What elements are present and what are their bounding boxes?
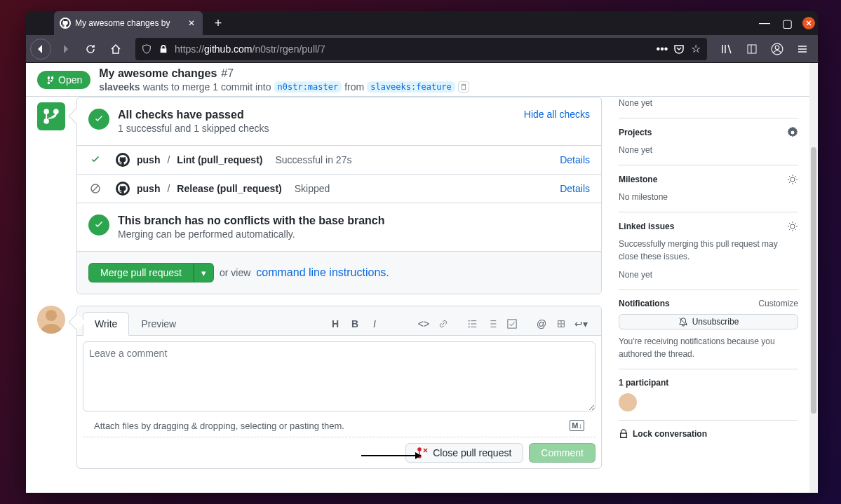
github-actions-icon	[116, 182, 130, 196]
write-tab[interactable]: Write	[83, 312, 129, 336]
customize-link[interactable]: Customize	[758, 299, 798, 308]
maximize-button[interactable]: ▢	[780, 16, 794, 30]
home-button[interactable]	[105, 38, 127, 60]
shield-icon	[141, 43, 152, 55]
italic-icon[interactable]: I	[365, 315, 384, 333]
attach-hint[interactable]: Attach files by dragging & dropping, sel…	[94, 421, 344, 431]
svg-rect-0	[748, 45, 756, 53]
gear-icon	[787, 127, 798, 138]
minimize-button[interactable]: —	[758, 16, 772, 30]
unsubscribe-button[interactable]: Unsubscribe	[619, 314, 798, 329]
copy-icon[interactable]	[458, 81, 469, 93]
comment-form: Write Preview H B I	[76, 306, 602, 483]
tab-close-icon[interactable]: ✕	[186, 18, 197, 29]
svg-point-14	[469, 326, 470, 327]
github-favicon	[60, 18, 71, 29]
sidebar-milestone[interactable]: Milestone	[619, 174, 798, 185]
conflict-subtext: Merging can be performed automatically.	[118, 229, 385, 240]
pr-number: #7	[221, 67, 234, 80]
lock-conversation[interactable]: Lock conversation	[619, 421, 798, 439]
new-tab-button[interactable]: +	[208, 13, 228, 33]
scrollbar[interactable]	[809, 63, 818, 493]
ol-icon[interactable]	[483, 315, 502, 333]
svg-point-19	[790, 177, 795, 182]
lock-icon	[158, 43, 169, 55]
no-conflict-icon	[88, 214, 109, 236]
sidebar-participants: 1 participant	[619, 378, 798, 388]
merge-dropdown[interactable]: ▾	[194, 263, 214, 282]
check-row: push / Lint (pull_request) Successful in…	[77, 146, 601, 175]
markdown-icon[interactable]: M↓	[570, 420, 584, 431]
preview-tab[interactable]: Preview	[129, 312, 188, 336]
scrollbar-thumb[interactable]	[811, 147, 816, 414]
gear-icon	[787, 221, 798, 232]
page-content: Open My awesome changes #7 slaveeks want…	[26, 63, 818, 493]
comment-textarea[interactable]	[83, 341, 596, 411]
check-status: Successful in 27s	[275, 154, 351, 165]
reference-icon[interactable]	[552, 315, 570, 333]
menu-icon[interactable]	[791, 38, 814, 60]
merge-status-box: All checks have passed 1 successful and …	[76, 97, 602, 294]
reload-button[interactable]	[79, 38, 102, 60]
pr-author[interactable]: slaveeks	[99, 81, 140, 93]
sidebar-none-yet: None yet	[619, 97, 798, 109]
hide-checks-link[interactable]: Hide all checks	[524, 109, 590, 120]
svg-point-4	[48, 76, 50, 78]
back-button[interactable]	[30, 39, 51, 60]
url-bar[interactable]: https://github.com/n0str/rgen/pull/7 •••…	[135, 38, 707, 60]
quote-icon[interactable]	[395, 315, 413, 333]
conflict-header: This branch has no conflicts with the ba…	[118, 214, 385, 227]
check-details-link[interactable]: Details	[560, 154, 590, 165]
comment-button[interactable]: Comment	[529, 443, 596, 463]
svg-point-6	[51, 76, 53, 78]
svg-line-11	[93, 186, 98, 191]
merge-button[interactable]: Merge pull request	[88, 263, 194, 282]
sidebar-icon[interactable]	[741, 38, 763, 60]
pr-title: My awesome changes	[99, 67, 217, 80]
browser-tab[interactable]: My awesome changes by ✕	[54, 11, 203, 35]
tab-bar: My awesome changes by ✕ + — ▢	[26, 11, 818, 35]
ul-icon[interactable]	[464, 315, 482, 333]
account-icon[interactable]	[766, 38, 788, 60]
bookmark-icon[interactable]: ☆	[690, 43, 701, 55]
sidebar-linked-issues[interactable]: Linked issues	[619, 221, 798, 232]
library-icon[interactable]	[715, 38, 738, 60]
reply-icon[interactable]: ↩▾	[572, 315, 590, 333]
base-branch[interactable]: n0str:master	[274, 81, 342, 93]
cli-instructions-link[interactable]: command line instructions.	[256, 266, 389, 279]
sidebar-notifications: NotificationsCustomize	[619, 299, 798, 308]
check-name[interactable]: Release (pull_request)	[177, 183, 281, 194]
checks-header: All checks have passed	[118, 109, 269, 121]
nav-bar: https://github.com/n0str/rgen/pull/7 •••…	[26, 35, 818, 63]
comment-toolbar: H B I <>	[318, 315, 596, 333]
timeline: All checks have passed 1 successful and …	[37, 97, 602, 493]
code-icon[interactable]: <>	[415, 315, 433, 333]
link-icon[interactable]	[434, 315, 452, 333]
svg-point-13	[469, 323, 470, 325]
sidebar: None yet Projects None yet Milestone No …	[619, 97, 798, 493]
task-icon[interactable]	[503, 315, 521, 333]
participant-avatar[interactable]	[619, 393, 637, 411]
pocket-icon[interactable]	[673, 43, 685, 55]
mention-icon[interactable]: @	[532, 315, 551, 333]
svg-rect-15	[508, 319, 516, 327]
status-badge: Open	[37, 71, 90, 89]
svg-point-3	[775, 45, 779, 49]
pr-header: Open My awesome changes #7 slaveeks want…	[26, 63, 809, 97]
gear-icon	[787, 174, 798, 185]
checks-subtext: 1 successful and 1 skipped checks	[118, 123, 269, 134]
user-avatar[interactable]	[37, 306, 65, 334]
bold-icon[interactable]: B	[346, 315, 364, 333]
forward-button	[54, 38, 76, 60]
sidebar-projects[interactable]: Projects	[619, 127, 798, 138]
more-icon[interactable]: •••	[657, 43, 668, 55]
heading-icon[interactable]: H	[326, 315, 344, 333]
merge-badge-icon	[37, 102, 65, 130]
check-name[interactable]: Lint (pull_request)	[177, 154, 262, 165]
url-text: https://github.com/n0str/rgen/pull/7	[175, 43, 651, 55]
check-details-link[interactable]: Details	[560, 183, 590, 194]
head-branch[interactable]: slaveeks:feature	[367, 81, 455, 93]
close-pr-button[interactable]: Close pull request	[405, 443, 523, 463]
github-actions-icon	[116, 153, 130, 167]
close-window-button[interactable]	[802, 17, 815, 29]
